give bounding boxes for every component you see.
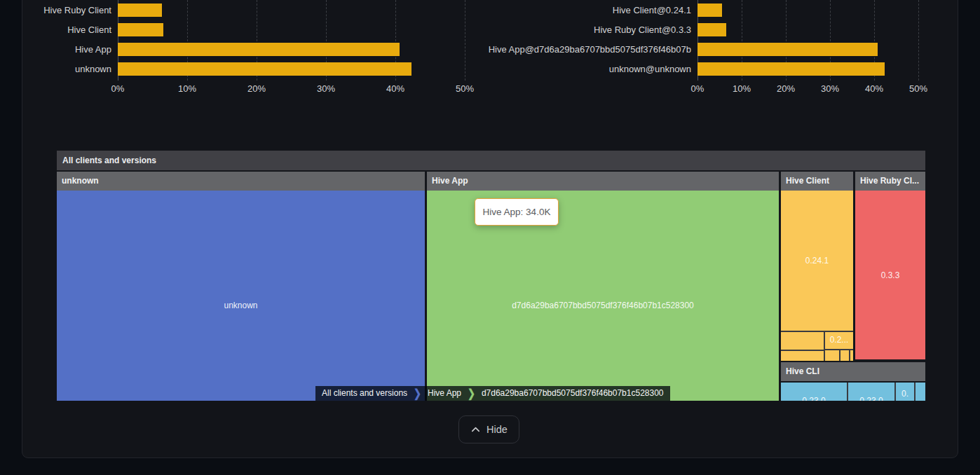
- bar-hive-ruby-client[interactable]: [118, 4, 162, 17]
- treemap-cell-hive-cli-0x[interactable]: 0.: [896, 383, 914, 401]
- hide-button-label: Hide: [486, 424, 508, 435]
- chevron-up-icon: [470, 425, 481, 434]
- treemap-cell-label: 0.: [896, 389, 914, 399]
- bar-hive-client[interactable]: [118, 23, 163, 36]
- treemap-cell-hive-client-minor[interactable]: [850, 350, 853, 361]
- chevron-right-icon: ❯: [468, 384, 475, 401]
- treemap-cell-hive-client-minor[interactable]: [825, 350, 839, 361]
- x-tick-label: 0%: [100, 83, 135, 94]
- dashboard-page: 0%10%20%30%40%50%Hive Ruby ClientHive Cl…: [0, 0, 980, 475]
- treemap-breadcrumb: All clients and versions ❯ Hive App ❯ d7…: [315, 386, 670, 401]
- treemap-cell-hive-ruby-client-033[interactable]: 0.3.3: [855, 191, 925, 359]
- treemap-group-header-hive-ruby-client[interactable]: Hive Ruby Cl...: [855, 172, 925, 191]
- breadcrumb-item-all-clients[interactable]: All clients and versions: [315, 386, 414, 401]
- x-tick-label: 30%: [308, 83, 343, 94]
- treemap-group-header-hive-client[interactable]: Hive Client: [781, 172, 853, 191]
- treemap-group-header-hive-app[interactable]: Hive App: [427, 172, 779, 191]
- treemap-cell-hive-cli-0230b[interactable]: 0.23.0: [848, 383, 894, 401]
- gridline: [918, 0, 919, 81]
- treemap-group-body-hive-client: 0.24.1 0.2...: [781, 191, 853, 361]
- treemap-cell-hive-client-0241[interactable]: 0.24.1: [781, 191, 853, 331]
- treemap-cell-hive-cli-0230[interactable]: 0.23.0: [781, 383, 847, 401]
- hide-button[interactable]: Hide: [458, 415, 519, 443]
- treemap-cell-label: 0.2...: [825, 335, 853, 345]
- x-tick-label: 40%: [857, 83, 892, 94]
- treemap-cell-label: 0.23.0: [781, 396, 847, 401]
- x-tick-label: 10%: [170, 83, 205, 94]
- treemap-cell-unknown[interactable]: unknown: [57, 191, 425, 401]
- treemap-title[interactable]: All clients and versions: [57, 151, 925, 170]
- breadcrumb-item-hive-app[interactable]: Hive App: [421, 386, 468, 401]
- bar-hive-app-d7d6a29ba6707bbd5075df376f46b07b[interactable]: [697, 43, 878, 56]
- tooltip-text: Hive App: 34.0K: [483, 207, 551, 217]
- clients-versions-treemap: All clients and versions unknown Hive Ap…: [57, 151, 925, 401]
- breadcrumb-item-hash[interactable]: d7d6a29ba6707bbd5075df376f46b07b1c528300: [475, 386, 670, 401]
- category-label: Hive Client: [22, 23, 111, 36]
- treemap-group-body-hive-cli: 0.23.0 0.23.0 0.: [781, 383, 925, 401]
- category-label: Hive App@d7d6a29ba6707bbd5075df376f46b07…: [463, 43, 691, 56]
- treemap-cell-hive-cli-minor[interactable]: [916, 383, 925, 401]
- bar-hive-app[interactable]: [118, 43, 400, 56]
- treemap-cell-label: 0.24.1: [781, 256, 853, 266]
- treemap-group-header-hive-cli[interactable]: Hive CLI: [781, 362, 925, 381]
- x-tick-label: 50%: [901, 83, 936, 94]
- treemap-cell-hive-client-minor[interactable]: [841, 350, 849, 361]
- treemap-cell-label: unknown: [57, 301, 425, 310]
- treemap-cell-hive-client-minor[interactable]: [781, 332, 824, 350]
- x-tick-label: 30%: [812, 83, 848, 94]
- treemap-cell-label: 0.3.3: [855, 270, 925, 280]
- category-label: Hive Client@0.24.1: [463, 4, 691, 17]
- clients-bar-chart: 0%10%20%30%40%50%Hive Ruby ClientHive Cl…: [22, 0, 474, 98]
- treemap-cell-hive-client-02x[interactable]: 0.2...: [825, 332, 853, 349]
- x-tick-label: 20%: [239, 83, 274, 94]
- x-tick-label: 40%: [378, 83, 413, 94]
- bar-unknown[interactable]: [118, 62, 411, 76]
- x-tick-label: 10%: [724, 83, 759, 94]
- x-tick-label: 0%: [680, 83, 715, 94]
- category-label: unknown@unknown: [463, 62, 691, 76]
- bar-hive-ruby-client-0-3-3[interactable]: [697, 23, 726, 36]
- bar-unknown-unknown[interactable]: [697, 62, 885, 76]
- x-tick-label: 20%: [768, 83, 803, 94]
- treemap-group-header-unknown[interactable]: unknown: [57, 172, 425, 191]
- category-label: unknown: [22, 62, 111, 76]
- treemap-cell-label: d7d6a29ba6707bbd5075df376f46b07b1c528300: [427, 301, 779, 310]
- bar-hive-client-0-24-1[interactable]: [697, 4, 722, 17]
- category-label: Hive Ruby Client: [22, 4, 111, 17]
- category-label: Hive App: [22, 43, 111, 56]
- treemap-cell-hive-client-minor[interactable]: [781, 351, 824, 361]
- treemap-cell-label: 0.23.0: [848, 396, 894, 401]
- category-label: Hive Ruby Client@0.3.3: [463, 23, 691, 36]
- client-versions-bar-chart: 0%10%20%30%40%50%Hive Client@0.24.1Hive …: [463, 0, 934, 98]
- tooltip: Hive App: 34.0K: [475, 198, 559, 226]
- chevron-right-icon: ❯: [414, 384, 421, 401]
